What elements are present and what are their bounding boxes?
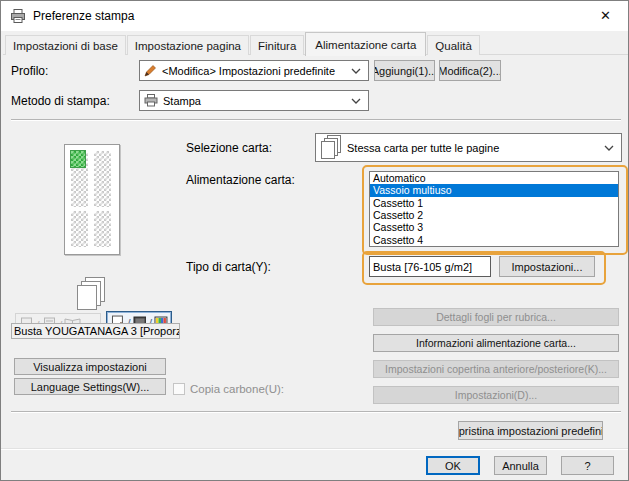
add-profile-button[interactable]: Aggiungi(1)... [374, 60, 435, 81]
footer-divider [1, 449, 629, 450]
preview-caption: Busta YOUGATANAGA 3 [Proporzion [11, 323, 180, 339]
window-title: Preferenze stampa [33, 9, 134, 23]
print-method-combobox[interactable]: Stampa [139, 90, 369, 111]
language-settings-button[interactable]: Language Settings(W)... [14, 378, 166, 395]
tab-finitura[interactable]: Finitura [250, 35, 304, 55]
print-preferences-dialog: Preferenze stampa ✕ Impostazioni di base… [0, 0, 629, 481]
chevron-down-icon [604, 145, 614, 151]
edit-profile-button[interactable]: Modifica(2)... [439, 60, 501, 81]
tab-bar: Impostazioni di base Impostazione pagina… [5, 33, 481, 55]
tab-qualita[interactable]: Qualità [427, 35, 479, 55]
preview-selected-cell [70, 150, 86, 168]
list-item[interactable]: Cassetto 2 [370, 209, 618, 221]
list-item[interactable]: Cassetto 4 [370, 234, 618, 246]
tab-alimentazione-carta[interactable]: Alimentazione carta [305, 32, 426, 56]
paper-feed-label: Alimentazione carta: [186, 173, 295, 187]
paper-type-settings-button[interactable]: Impostazioni... [499, 256, 595, 277]
paper-select-label: Selezione carta: [186, 141, 272, 155]
feed-info-button[interactable]: Informazioni alimentazione carta... [373, 334, 619, 352]
cover-settings-button[interactable]: Impostazioni copertina anteriore/posteri… [373, 360, 619, 378]
tab-impostazioni-di-base[interactable]: Impostazioni di base [5, 35, 126, 55]
carbon-copy-checkbox[interactable] [173, 383, 185, 395]
list-item[interactable]: Automatico [370, 172, 618, 184]
preview-column-block [94, 151, 111, 207]
printer-small-icon [144, 94, 158, 107]
tab-impostazione-pagina[interactable]: Impostazione pagina [127, 35, 249, 55]
print-method-value: Stampa [163, 95, 351, 107]
profile-combobox[interactable]: <Modifica> Impostazioni predefinite [139, 60, 369, 81]
list-item-selected[interactable]: Vassoio multiuso [370, 184, 618, 196]
paper-stack-icon [76, 277, 108, 311]
print-method-label: Metodo di stampa: [11, 94, 110, 108]
print-preview [64, 144, 120, 255]
pages-stack-icon [320, 135, 342, 160]
list-item[interactable]: Cassetto 1 [370, 197, 618, 209]
title-bar: Preferenze stampa ✕ [1, 1, 628, 31]
preview-column-block [94, 211, 111, 247]
ok-button[interactable]: OK [426, 456, 480, 475]
cancel-button[interactable]: Annulla [494, 456, 547, 475]
address-book-details-button[interactable]: Dettagli fogli per rubrica... [373, 308, 619, 326]
printer-icon [10, 8, 26, 24]
paper-type-label: Tipo di carta(Y): [186, 260, 271, 274]
pencil-icon [144, 64, 157, 77]
separator [11, 411, 621, 413]
help-button[interactable]: ? [561, 456, 614, 475]
carbon-copy-label: Copia carbone(U): [190, 383, 284, 395]
paper-type-field[interactable] [369, 256, 491, 277]
profile-label: Profilo: [11, 64, 48, 78]
view-settings-button[interactable]: Visualizza impostazioni [14, 358, 166, 375]
paper-select-value: Stessa carta per tutte le pagine [347, 142, 604, 154]
paper-feed-listbox: Automatico Vassoio multiuso Cassetto 1 C… [369, 171, 619, 247]
preview-column-block [71, 211, 88, 247]
settings-d-button[interactable]: Impostazioni(D)... [373, 386, 619, 404]
chevron-down-icon [351, 98, 361, 104]
separator [11, 119, 621, 121]
paper-select-combobox[interactable]: Stessa carta per tutte le pagine [315, 133, 622, 162]
close-icon[interactable]: ✕ [583, 1, 628, 30]
reset-defaults-button[interactable]: Ripristina impostazioni predefinite [458, 421, 603, 440]
chevron-down-icon [351, 68, 361, 74]
profile-value: <Modifica> Impostazioni predefinite [162, 65, 351, 77]
list-item[interactable]: Cassetto 3 [370, 221, 618, 233]
